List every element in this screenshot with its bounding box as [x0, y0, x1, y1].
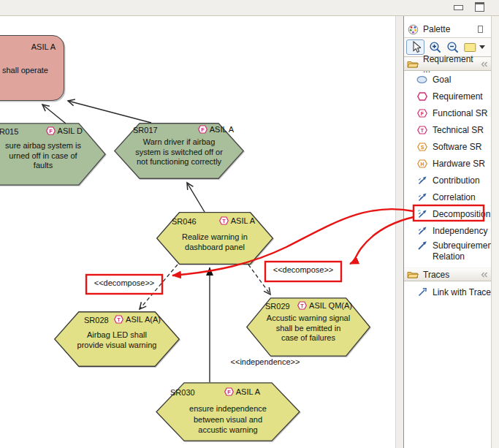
requirement-node-sr015[interactable]: R015 F ASIL D sure airbag system is urne… — [0, 123, 107, 186]
asil-badge: T ASIL QM(A) — [297, 301, 352, 310]
svg-text:T: T — [420, 127, 424, 132]
zoom-in-tool[interactable] — [429, 41, 442, 54]
palette-panel: Palette — [403, 16, 491, 448]
zoom-in-icon — [429, 41, 442, 54]
asil-badge: F ASIL D — [46, 126, 83, 135]
requirement-node-sr046[interactable]: SR046 T ASIL A Realize warning in dashbo… — [156, 212, 274, 265]
independency-icon — [417, 226, 427, 236]
palette-splitter-sash[interactable] — [395, 16, 403, 448]
asil-badge: T ASIL A — [219, 216, 255, 225]
independence-edge-label[interactable]: <<independence>> — [224, 357, 307, 366]
svg-text:F: F — [227, 389, 231, 395]
drawer-traces[interactable]: Traces — [404, 267, 491, 281]
palette-scrollbar[interactable] — [491, 16, 499, 448]
goal-icon — [416, 75, 427, 84]
node-body-text: ensure independence between visual and a… — [166, 403, 290, 436]
node-body-text: sure airbag system is urned off in case … — [0, 141, 91, 171]
collapse-palette-arrow-icon[interactable] — [478, 26, 483, 33]
technical-sr-icon: T — [297, 301, 307, 310]
node-body-text: shall operate — [2, 66, 48, 75]
palette-item-goal[interactable]: Goal — [404, 71, 491, 88]
svg-text:T: T — [117, 316, 121, 323]
svg-text:S: S — [420, 144, 424, 149]
svg-text:F: F — [420, 110, 424, 115]
minimize-view-button[interactable] — [454, 5, 463, 10]
technical-sr-icon: T — [417, 126, 427, 134]
functional-sr-icon: F — [198, 125, 207, 134]
pin-drawer-icon[interactable] — [481, 272, 488, 278]
note-icon — [464, 42, 476, 53]
asil-badge: T ASIL A(A) — [114, 315, 161, 324]
node-id: SR017 — [133, 126, 158, 134]
requirement-node-sr017[interactable]: SR017 F ASIL A Warn driver if airbag sys… — [113, 123, 245, 179]
note-dropdown-caret-icon[interactable] — [479, 45, 485, 49]
palette-item-decomposition[interactable]: Decomposition — [404, 205, 491, 222]
decompose-edge-label-right[interactable]: <<decompose>> — [267, 265, 340, 274]
node-body-text: Warn driver if airbag system is switched… — [119, 137, 239, 167]
asil-badge: ASIL A — [31, 42, 56, 51]
node-id: SR029 — [265, 302, 290, 311]
technical-sr-icon: T — [219, 216, 229, 225]
software-sr-icon: S — [417, 143, 427, 151]
goal-node[interactable]: ASIL A shall operate — [0, 35, 64, 101]
requirement-node-sr030[interactable]: SR030 F ASIL A ensure independence betwe… — [155, 382, 301, 441]
node-body-text: Airbag LED shall provide visual warning — [59, 330, 175, 350]
svg-text:F: F — [49, 128, 53, 134]
subrequirement-relation-icon — [417, 240, 427, 251]
zoom-out-tool[interactable] — [446, 41, 460, 54]
requirement-node-sr028[interactable]: SR028 T ASIL A(A) Airbag LED shall provi… — [53, 311, 180, 367]
palette-item-independency[interactable]: Independency — [404, 222, 491, 239]
pin-drawer-icon[interactable] — [481, 61, 488, 67]
palette-title: Palette — [423, 24, 478, 34]
palette-item-contribution[interactable]: Contribution — [404, 172, 491, 189]
requirement-diagram-editor: ASIL A shall operate R015 F ASIL D sure … — [0, 0, 499, 448]
technical-sr-icon: T — [114, 315, 123, 324]
functional-sr-icon: F — [417, 109, 427, 118]
palette-item-hardware-sr[interactable]: H Hardware SR — [404, 155, 491, 172]
decomposition-icon — [417, 209, 427, 219]
palette-item-subrequirement-relation[interactable]: Subrequirement Relation — [404, 239, 491, 266]
svg-text:T: T — [300, 303, 304, 309]
palette-header[interactable]: Palette — [404, 21, 491, 37]
palette-item-technical-sr[interactable]: T Technical SR — [404, 121, 491, 138]
zoom-out-icon — [446, 41, 460, 54]
folder-icon — [407, 59, 419, 69]
palette-item-link-with-trace[interactable]: Link with Trace — [404, 284, 491, 300]
svg-text:F: F — [201, 126, 205, 133]
folder-icon — [407, 270, 419, 279]
palette-item-correlation[interactable]: Correlation — [404, 189, 491, 205]
correlation-icon — [417, 192, 427, 202]
asil-badge: F ASIL A — [224, 387, 260, 396]
decompose-edge-label-left[interactable]: <<decompose>> — [88, 278, 161, 287]
cursor-arrow-icon — [411, 41, 421, 53]
requirement-node-sr029[interactable]: SR029 T ASIL QM(A) Accustic warning sign… — [245, 297, 371, 357]
requirement-icon — [417, 92, 427, 101]
node-id: SR030 — [170, 388, 195, 397]
note-tool[interactable] — [464, 42, 485, 53]
hardware-sr-icon: H — [417, 159, 427, 168]
drawer-label: Traces — [423, 270, 481, 280]
functional-sr-icon: F — [224, 387, 234, 396]
maximize-view-button[interactable] — [475, 2, 484, 12]
node-body-text: Accustic warning signal shall be emitted… — [250, 314, 367, 343]
node-id: SR028 — [84, 316, 109, 324]
link-with-trace-icon — [417, 287, 427, 297]
node-id: R015 — [0, 127, 18, 136]
asil-badge: F ASIL A — [198, 125, 234, 134]
svg-text:H: H — [420, 161, 424, 166]
palette-item-requirement[interactable]: Requirement — [404, 88, 491, 105]
palette-icon — [408, 24, 419, 35]
editor-titlebar — [0, 0, 499, 16]
drawer-requirement[interactable]: Requirement ... — [404, 57, 491, 71]
contribution-icon — [417, 175, 427, 186]
svg-text:T: T — [222, 218, 226, 224]
palette-item-software-sr[interactable]: S Software SR — [404, 138, 491, 155]
node-id: SR046 — [172, 217, 197, 226]
palette-item-functional-sr[interactable]: F Functional SR — [404, 105, 491, 121]
functional-sr-icon: F — [46, 126, 56, 135]
select-tool[interactable] — [406, 39, 424, 55]
node-body-text: Realize warning in dashboard panel — [160, 232, 270, 252]
